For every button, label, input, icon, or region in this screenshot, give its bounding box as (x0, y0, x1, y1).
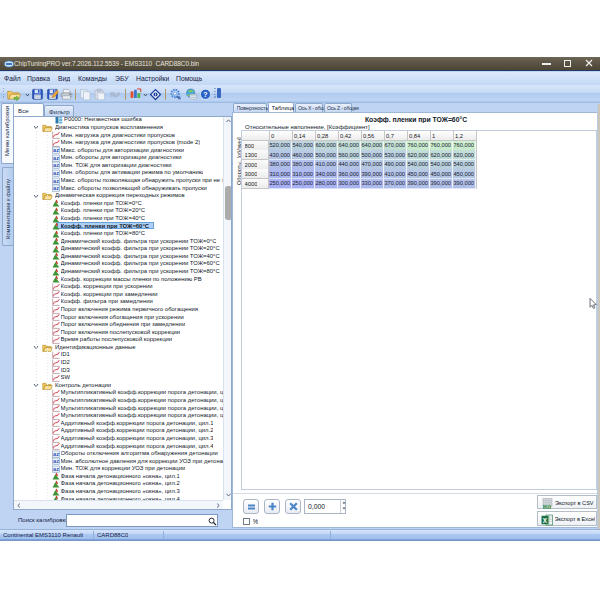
svg-text:az: az (53, 163, 59, 169)
svg-text:az: az (53, 178, 59, 184)
svg-text:?: ? (203, 91, 207, 98)
svg-text:az: az (53, 451, 59, 457)
svg-text:az: az (53, 466, 59, 472)
svg-text:az: az (53, 185, 59, 191)
svg-text:az: az (53, 458, 59, 464)
svg-text:az: az (53, 147, 59, 153)
svg-text:X: X (543, 516, 548, 523)
svg-text:CSV: CSV (544, 505, 552, 509)
svg-text:az: az (53, 155, 59, 161)
svg-text:az: az (53, 170, 59, 176)
